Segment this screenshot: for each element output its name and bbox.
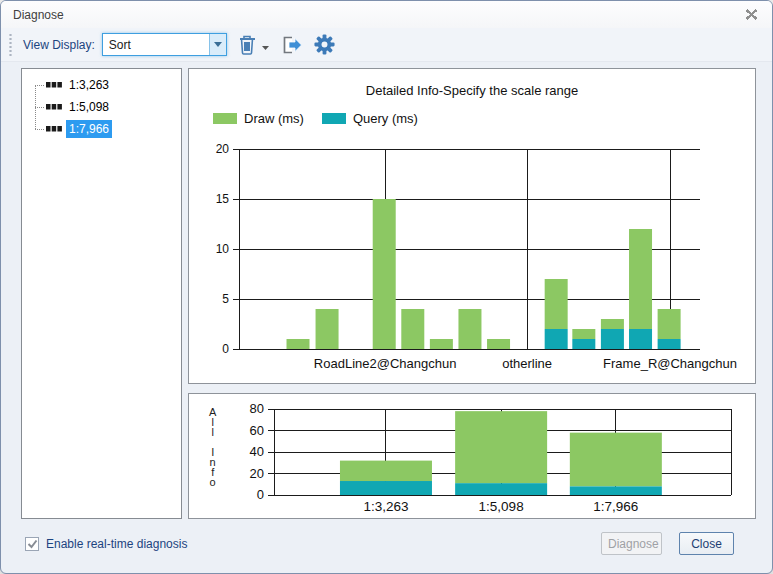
gear-icon xyxy=(313,33,336,56)
scale-bar-icon xyxy=(46,82,62,88)
scale-bar-icon xyxy=(46,104,62,110)
svg-text:5: 5 xyxy=(222,292,229,306)
svg-text:10: 10 xyxy=(216,242,230,256)
detail-chart-plot: 05101520RoadLine2@ChangchunotherlineFram… xyxy=(189,127,755,381)
svg-text:otherline: otherline xyxy=(502,356,552,371)
tree-item-scale-2[interactable]: 1:5,098 xyxy=(22,96,181,118)
diagnose-button[interactable]: Diagnose xyxy=(601,532,662,555)
svg-text:40: 40 xyxy=(250,444,264,459)
settings-button[interactable] xyxy=(313,33,336,56)
chart-title: Detailed Info-Specify the scale range xyxy=(189,83,755,98)
view-display-label: View Display: xyxy=(23,38,95,52)
chart-legend: Draw (ms) Query (ms) xyxy=(213,111,755,126)
summary-chart-panel: A l l I n f o 0204060801:3,2631:5,0981:7… xyxy=(188,393,756,519)
tree-item-label: 1:3,263 xyxy=(66,76,112,94)
tree-item-label: 1:7,966 xyxy=(66,120,112,138)
export-button[interactable] xyxy=(278,34,304,56)
export-icon xyxy=(278,34,304,56)
view-display-combobox[interactable]: Sort xyxy=(102,33,227,56)
toolbar-grip-handle[interactable] xyxy=(8,33,13,57)
svg-text:1:3,263: 1:3,263 xyxy=(363,499,408,514)
close-button[interactable]: Close xyxy=(679,532,734,555)
delete-dropdown-caret-icon[interactable] xyxy=(262,36,269,54)
tree-item-label: 1:5,098 xyxy=(66,98,112,116)
summary-chart-plot: 0204060801:3,2631:5,0981:7,966 xyxy=(189,394,755,518)
enable-realtime-checkbox[interactable] xyxy=(25,537,39,551)
trash-icon xyxy=(236,33,258,56)
draw-swatch xyxy=(213,113,237,124)
titlebar[interactable]: Diagnose xyxy=(1,1,772,28)
toolbar: View Display: Sort xyxy=(1,28,772,62)
svg-text:15: 15 xyxy=(216,192,230,206)
svg-text:0: 0 xyxy=(222,342,229,356)
legend-item-query: Query (ms) xyxy=(322,111,418,126)
scale-bar-icon xyxy=(46,126,62,132)
diagnose-dialog: Diagnose View Display: Sort xyxy=(0,0,773,574)
svg-text:Frame_R@Changchun: Frame_R@Changchun xyxy=(603,356,737,371)
svg-text:RoadLine2@Changchun: RoadLine2@Changchun xyxy=(314,356,457,371)
scale-tree-panel: 1:3,263 1:5,098 1:7,966 xyxy=(21,68,182,519)
svg-text:80: 80 xyxy=(250,401,264,416)
window-title: Diagnose xyxy=(13,8,742,22)
enable-realtime-label: Enable real-time diagnosis xyxy=(46,537,187,551)
tree-item-scale-1[interactable]: 1:3,263 xyxy=(22,74,181,96)
svg-text:20: 20 xyxy=(216,142,230,156)
svg-text:1:7,966: 1:7,966 xyxy=(593,499,638,514)
svg-text:0: 0 xyxy=(257,487,264,502)
checkmark-icon xyxy=(27,539,38,549)
svg-text:20: 20 xyxy=(250,466,264,481)
close-icon[interactable] xyxy=(742,7,760,23)
detail-chart-panel: Detailed Info-Specify the scale range Dr… xyxy=(188,68,756,384)
legend-label: Draw (ms) xyxy=(244,111,304,126)
combobox-dropdown-icon[interactable] xyxy=(209,34,226,55)
combobox-value: Sort xyxy=(103,34,209,55)
query-swatch xyxy=(322,113,346,124)
svg-text:1:5,098: 1:5,098 xyxy=(479,499,524,514)
svg-text:60: 60 xyxy=(250,423,264,438)
realtime-diagnosis-row: Enable real-time diagnosis xyxy=(25,537,187,551)
legend-item-draw: Draw (ms) xyxy=(213,111,304,126)
legend-label: Query (ms) xyxy=(353,111,418,126)
tree-item-scale-3[interactable]: 1:7,966 xyxy=(22,118,181,140)
delete-button[interactable] xyxy=(236,33,258,56)
